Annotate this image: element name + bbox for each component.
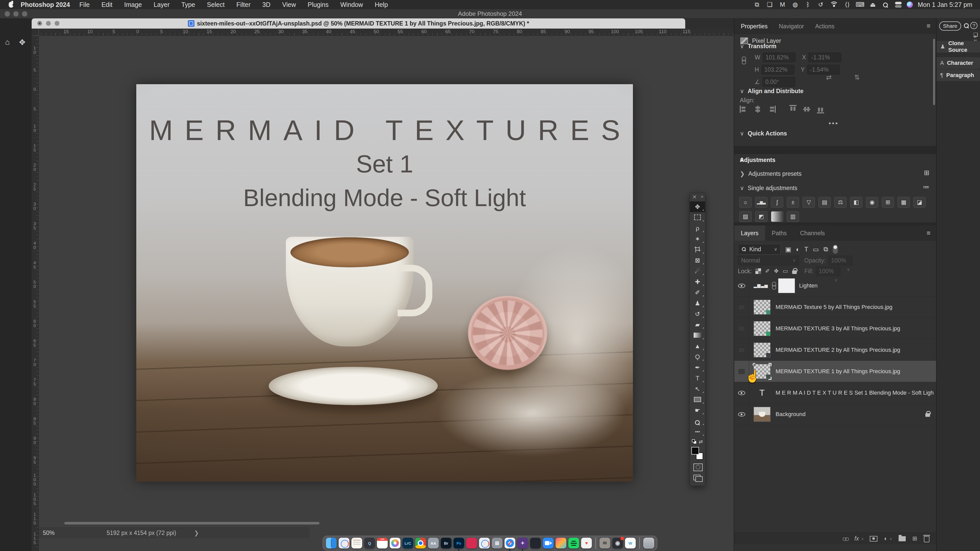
layer-row[interactable]: TM E R M A I D T E X T U R E S Set 1 Ble… [734, 382, 936, 403]
dock-chrome[interactable] [415, 538, 426, 548]
layer-row[interactable]: ▂▆▃▅Lighten [734, 275, 936, 297]
lock-paint-icon[interactable]: ✐ [765, 268, 770, 275]
adjustments-presets-row[interactable]: ❯Adjustments presets [740, 170, 802, 177]
path-selection-tool[interactable]: ↖ [690, 384, 705, 394]
x-field[interactable]: -1.31% [808, 52, 841, 62]
dock-photos[interactable] [390, 538, 401, 548]
flip-vertical-icon[interactable]: ⇅ [854, 73, 866, 81]
dock-mail-download[interactable] [600, 538, 610, 548]
apple-menu-icon[interactable] [9, 2, 14, 8]
tab-layers[interactable]: Layers [734, 225, 765, 241]
align-section-header[interactable]: ∨Align and Distribute [740, 88, 803, 95]
malwarebytes-icon[interactable]: M [778, 0, 787, 9]
type-tool[interactable]: T [690, 373, 705, 384]
menu-filter[interactable]: Filter [231, 1, 256, 8]
visibility-toggle[interactable] [734, 382, 749, 403]
quick-actions-header[interactable]: ∨Quick Actions [740, 130, 787, 137]
swap-colors-icon[interactable]: ⇄ [699, 439, 703, 445]
document-canvas[interactable]: MERMAID TEXTURES Set 1 Blending Mode - S… [136, 84, 633, 482]
color-lookup-icon[interactable]: ▦ [897, 197, 910, 208]
selective-color-icon[interactable]: ▥ [787, 211, 799, 222]
time-machine-icon[interactable]: ↺ [816, 0, 825, 9]
share-button[interactable]: Share [939, 21, 961, 30]
control-center-icon[interactable] [894, 0, 903, 9]
align-right-icon[interactable] [767, 105, 776, 113]
horizontal-ruler[interactable]: 1510505101520253035404550556065707580859… [32, 29, 734, 36]
crop-tool[interactable] [690, 245, 705, 255]
lock-all-icon[interactable] [792, 270, 797, 274]
dock-imovie[interactable] [517, 538, 528, 548]
menu-type[interactable]: Type [176, 1, 201, 8]
invert-icon[interactable]: ◪ [913, 197, 926, 208]
menu-window[interactable]: Window [334, 1, 369, 8]
visibility-toggle[interactable] [734, 339, 749, 361]
brightness-contrast-icon[interactable]: ☼ [739, 197, 752, 208]
photo-filter-icon[interactable]: ◉ [866, 197, 878, 208]
keyboard-icon[interactable]: ⌨ [856, 0, 865, 9]
app-menu[interactable]: Photoshop 2024 [21, 1, 70, 8]
tab-actions[interactable]: Actions [815, 23, 834, 30]
lock-artboard-icon[interactable]: ▭ [783, 268, 788, 275]
gradient-map-icon[interactable] [771, 211, 783, 222]
canvas-pasteboard[interactable]: MERMAID TEXTURES Set 1 Blending Mode - S… [39, 36, 734, 551]
y-field[interactable]: -1.54% [807, 65, 840, 75]
adjustments-menu-icon[interactable]: ≡ [740, 156, 931, 164]
collapse-panels-icon[interactable]: « [974, 33, 977, 40]
dock-health[interactable] [581, 538, 592, 548]
visibility-toggle[interactable] [734, 403, 749, 425]
dock-indesign[interactable] [466, 538, 477, 548]
dock-finder[interactable] [326, 538, 337, 548]
document-info[interactable]: 5192 px x 4154 px (72 ppi) [107, 530, 176, 537]
filter-smart-objects-icon[interactable]: ⧉ [824, 245, 828, 253]
panel-tab-clone-source[interactable]: ♟ Clone Source [937, 41, 980, 52]
spotlight-icon[interactable] [881, 0, 890, 9]
black-white-icon[interactable]: ◧ [850, 197, 862, 208]
dock-lightroom-classic[interactable]: LrC [402, 538, 413, 548]
display-icon[interactable]: ❏ [765, 0, 774, 9]
close-palette-icon[interactable]: ✕ [692, 194, 697, 200]
foreground-color-swatch[interactable] [691, 447, 699, 454]
hand-tool[interactable]: ☛ [690, 405, 705, 416]
tab-close-icon[interactable] [37, 21, 42, 26]
panel-scrollbar[interactable] [933, 39, 935, 105]
help-icon[interactable]: ? [970, 22, 977, 29]
dock-spotify[interactable] [568, 538, 579, 548]
dock-trash[interactable] [643, 538, 654, 548]
filter-type-layers-icon[interactable]: T [804, 246, 808, 253]
dodge-tool[interactable]: Ϙ [690, 351, 705, 362]
eject-icon[interactable]: ⏏ [868, 0, 877, 9]
rectangular-marquee-tool[interactable] [690, 212, 705, 223]
posterize-icon[interactable]: ▨ [739, 211, 752, 222]
menu-plugins[interactable]: Plugins [302, 1, 334, 8]
dock-preview[interactable] [339, 538, 349, 548]
align-horizontal-center-icon[interactable] [754, 105, 762, 113]
pen-tool[interactable]: ✒ [690, 362, 705, 373]
layer-row[interactable]: MERMAID TEXTURE 3 by All Things Precious… [734, 318, 936, 339]
screen-mode-button[interactable] [690, 472, 705, 483]
tab-channels[interactable]: Channels [794, 225, 832, 241]
opacity-field[interactable]: 100%∨ [828, 256, 853, 265]
dock-wacom-center[interactable]: W [625, 538, 636, 548]
dock-safari[interactable] [504, 538, 515, 548]
angle-field[interactable]: 0.00° [762, 77, 795, 87]
hue-saturation-icon[interactable]: ▤ [818, 197, 831, 208]
dock-quicktime[interactable] [364, 538, 375, 548]
frame-tool[interactable]: ⊠ [690, 255, 705, 266]
wifi-icon[interactable] [829, 0, 839, 9]
levels-icon[interactable]: ▂▆▃ [755, 197, 767, 208]
move-icon[interactable]: ✥ [16, 38, 29, 47]
toolbar-ellipsis[interactable]: ••• [690, 427, 705, 437]
menu-clock[interactable]: Mon 1 Jan 5:27 pm [918, 1, 972, 8]
move-tool[interactable]: ✥ [690, 202, 705, 212]
filter-toggle-switch[interactable] [833, 245, 838, 254]
dock-compass-app[interactable] [612, 538, 623, 548]
link-dimensions-icon[interactable] [741, 57, 746, 64]
menu-edit[interactable]: Edit [95, 1, 118, 8]
layer-row[interactable]: MERMAID TEXTURE 2 by All Things Precious… [734, 339, 936, 361]
align-bottom-icon[interactable] [816, 105, 824, 113]
filter-kind-dropdown[interactable]: Kind ∨ [738, 244, 781, 254]
single-adjustments-row[interactable]: ∨Single adjustments [740, 185, 797, 192]
eraser-tool[interactable]: ▰ [690, 319, 705, 330]
default-colors-icon[interactable] [692, 439, 695, 442]
align-left-icon[interactable] [740, 105, 748, 113]
